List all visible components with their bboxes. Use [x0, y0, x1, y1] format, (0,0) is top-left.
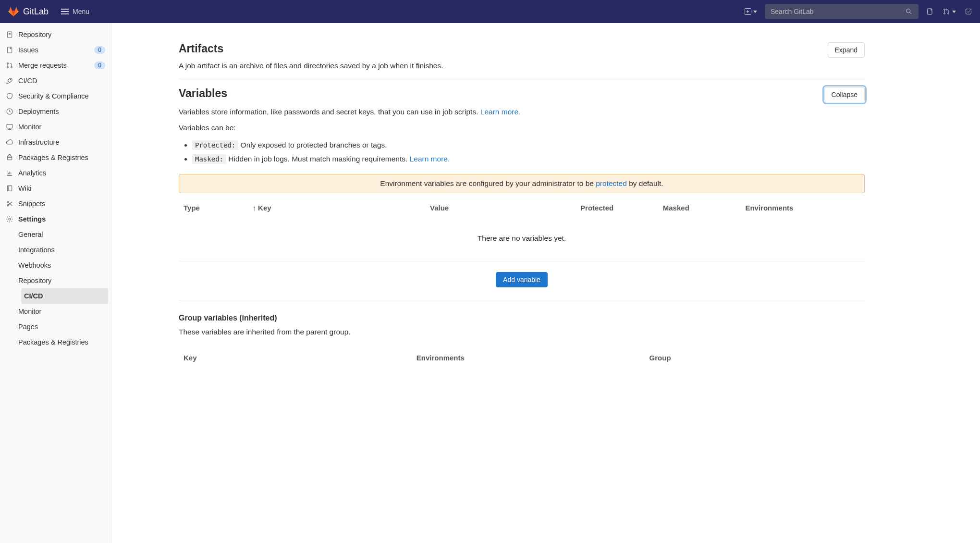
sidebar-item-cicd[interactable]: CI/CD [0, 73, 111, 88]
artifacts-section: Artifacts A job artifact is an archive o… [179, 35, 865, 79]
settings-sub-packages[interactable]: Packages & Registries [18, 334, 111, 350]
svg-point-9 [7, 67, 9, 68]
sidebar-item-snippets[interactable]: Snippets [0, 196, 111, 211]
svg-point-17 [7, 201, 9, 203]
sort-asc-icon: ↑ [252, 204, 258, 212]
gcol-key[interactable]: Key [180, 349, 412, 367]
sidebar-item-wiki[interactable]: Wiki [0, 181, 111, 196]
sidebar-item-label: Webhooks [18, 261, 105, 269]
empty-state: There are no variables yet. [180, 220, 864, 260]
svg-point-8 [7, 63, 9, 64]
svg-point-18 [9, 218, 11, 220]
col-environments[interactable]: Environments [741, 199, 864, 219]
sidebar-item-label: Analytics [18, 169, 105, 177]
variables-table: Type ↑ Key Value Protected Masked Enviro… [179, 198, 865, 261]
variables-title: Variables [179, 87, 227, 100]
col-protected[interactable]: Protected [576, 199, 658, 219]
add-variable-button[interactable]: Add variable [496, 272, 548, 287]
top-nav: GitLab Menu [0, 0, 980, 23]
group-variables-desc: These variables are inherited from the p… [179, 326, 865, 338]
svg-rect-5 [966, 9, 971, 14]
svg-point-3 [944, 13, 945, 14]
svg-rect-15 [7, 186, 12, 191]
protected-code: Protected: [192, 140, 238, 150]
merge-icon [6, 62, 13, 69]
sidebar-item-settings[interactable]: Settings [0, 211, 111, 227]
sidebar-item-label: Security & Compliance [18, 92, 105, 100]
file-icon [6, 31, 13, 38]
variables-collapse-button[interactable]: Collapse [824, 87, 865, 102]
sidebar-item-infrastructure[interactable]: Infrastructure [0, 135, 111, 150]
sidebar-item-monitor[interactable]: Monitor [0, 119, 111, 135]
variables-body: Variables store information, like passwo… [179, 106, 865, 367]
sidebar-item-analytics[interactable]: Analytics [0, 165, 111, 181]
sidebar: Repository Issues 0 Merge requests 0 CI/… [0, 23, 111, 404]
svg-rect-14 [7, 156, 12, 160]
sidebar-item-label: Issues [18, 46, 89, 54]
variables-section: Variables Collapse Variables store infor… [179, 79, 865, 375]
sidebar-item-label: Repository [18, 277, 105, 284]
menu-button[interactable]: Menu [56, 5, 94, 18]
variables-learn-more-link[interactable]: Learn more. [480, 108, 521, 116]
masked-learn-more-link[interactable]: Learn more. [410, 155, 450, 163]
svg-rect-1 [928, 9, 932, 14]
nav-icons [926, 8, 972, 15]
sidebar-item-label: Monitor [18, 308, 105, 315]
settings-sub-cicd[interactable]: CI/CD [21, 288, 108, 304]
search-icon [905, 8, 913, 15]
svg-point-2 [944, 9, 945, 11]
settings-sub-integrations[interactable]: Integrations [18, 242, 111, 258]
settings-sub-pages[interactable]: Pages [18, 319, 111, 334]
masked-code: Masked: [192, 154, 226, 164]
sidebar-item-label: Snippets [18, 200, 105, 208]
sidebar-item-label: Deployments [18, 108, 105, 115]
gcol-group[interactable]: Group [646, 349, 864, 367]
sidebar-item-label: Pages [18, 323, 105, 331]
settings-sub-monitor[interactable]: Monitor [18, 304, 111, 319]
col-type[interactable]: Type [180, 199, 247, 219]
search-box[interactable] [765, 4, 919, 19]
settings-sub-webhooks[interactable]: Webhooks [18, 258, 111, 273]
merge-requests-nav[interactable] [943, 8, 956, 15]
sidebar-item-label: Merge requests [18, 62, 89, 69]
artifacts-title: Artifacts [179, 42, 443, 55]
sidebar-item-issues[interactable]: Issues 0 [0, 42, 111, 58]
gcol-environments[interactable]: Environments [413, 349, 645, 367]
col-masked[interactable]: Masked [659, 199, 741, 219]
gitlab-logo[interactable]: GitLab [8, 6, 49, 17]
rocket-icon [6, 77, 13, 85]
sidebar-item-security[interactable]: Security & Compliance [0, 88, 111, 104]
col-value[interactable]: Value [426, 199, 576, 219]
protected-link[interactable]: protected [596, 179, 627, 187]
new-dropdown[interactable] [745, 8, 757, 15]
count-badge: 0 [94, 46, 105, 54]
caret-down-icon [753, 11, 757, 13]
settings-sub-repository[interactable]: Repository [18, 273, 111, 288]
add-variable-row: Add variable [179, 261, 865, 300]
sidebar-item-merge-requests[interactable]: Merge requests 0 [0, 58, 111, 73]
variables-intro: Variables store information, like passwo… [179, 106, 865, 118]
count-badge: 0 [94, 62, 105, 69]
artifacts-expand-button[interactable]: Expand [828, 42, 865, 58]
svg-rect-13 [7, 124, 12, 128]
sidebar-item-label: General [18, 231, 105, 238]
brand-name: GitLab [23, 7, 49, 17]
search-input[interactable] [771, 8, 905, 15]
issues-nav-icon[interactable] [926, 8, 934, 15]
settings-sub-general[interactable]: General [18, 227, 111, 242]
sidebar-item-label: Monitor [18, 123, 105, 131]
group-variables-section: Group variables (inherited) These variab… [179, 314, 865, 368]
svg-point-4 [948, 13, 949, 14]
main-content: Artifacts A job artifact is an archive o… [111, 23, 880, 404]
book-icon [6, 185, 13, 192]
sidebar-item-label: CI/CD [24, 292, 102, 300]
variables-can-be: Variables can be: [179, 122, 865, 134]
masked-item: Masked: Hidden in job logs. Must match m… [192, 152, 865, 166]
sidebar-item-label: Packages & Registries [18, 338, 105, 346]
sidebar-item-deployments[interactable]: Deployments [0, 104, 111, 119]
col-key[interactable]: ↑ Key [248, 199, 425, 219]
caret-down-icon [952, 11, 956, 13]
sidebar-item-packages[interactable]: Packages & Registries [0, 150, 111, 165]
sidebar-item-repository[interactable]: Repository [0, 27, 111, 42]
todos-nav-icon[interactable] [965, 8, 972, 15]
